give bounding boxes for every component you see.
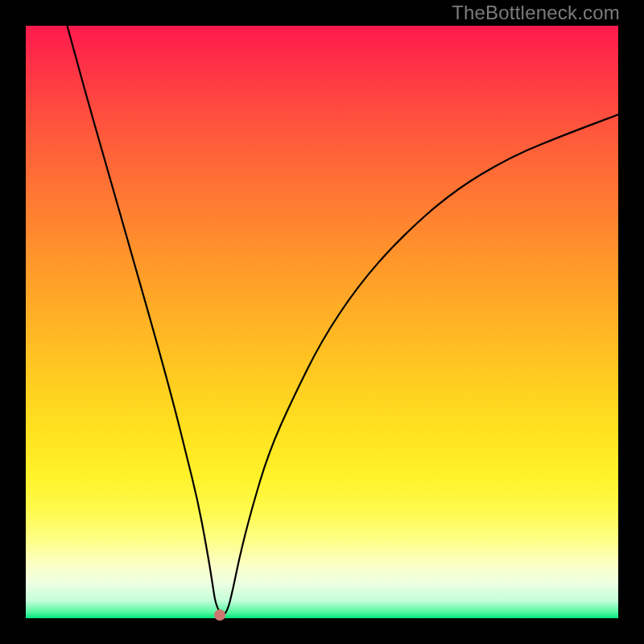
- watermark-text: TheBottleneck.com: [452, 2, 620, 24]
- curve-svg: [26, 26, 618, 618]
- bottleneck-curve: [68, 26, 619, 614]
- chart-frame: TheBottleneck.com: [0, 0, 644, 644]
- plot-area: [26, 26, 618, 618]
- optimum-marker: [214, 609, 225, 621]
